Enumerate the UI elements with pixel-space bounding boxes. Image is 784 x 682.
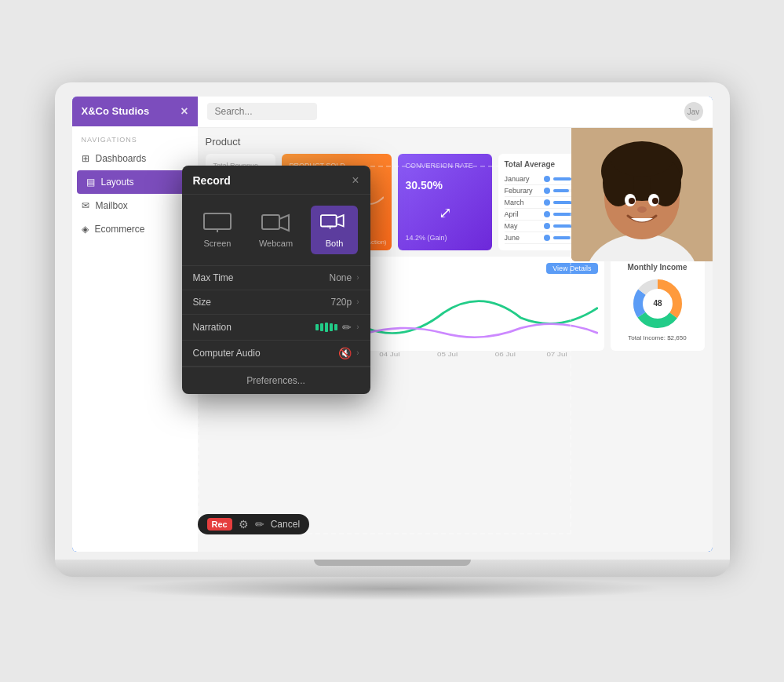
size-chevron[interactable]: › [356,297,359,306]
donut-svg: 48 [630,276,685,331]
photo-panel [571,128,713,261]
max-time-chevron[interactable]: › [356,273,359,282]
sidebar-item-ecommerce[interactable]: ◈ Ecommerce [72,217,198,241]
screen-label: Screen [204,239,232,248]
sidebar: X&Co Studios × NAVIGATIONS ⊞ Dashboards … [72,97,198,552]
laptop-shadow [118,577,667,600]
record-type-screen[interactable]: Screen [194,206,241,254]
sidebar-label-layouts: Layouts [101,177,134,188]
sidebar-close-icon[interactable]: × [181,104,188,119]
webcam-icon [261,212,290,234]
modal-close-icon[interactable]: × [352,173,359,188]
sidebar-header: X&Co Studios × [72,97,198,126]
svg-rect-27 [204,213,231,229]
max-time-value: None › [329,272,359,283]
may-dot [544,223,550,229]
conversion-label: CONVERSION RATE [406,162,484,170]
svg-text:48: 48 [653,299,662,308]
cancel-button[interactable]: Cancel [271,519,300,530]
max-time-label: Max Time [193,272,234,283]
topbar: Jav [198,97,713,128]
total-income-label: Total Income: $2,650 [628,334,686,341]
conversion-card: CONVERSION RATE 30.50% ⤢ 14.2% (Gain) [398,154,492,250]
size-value: 720p › [330,297,359,308]
layouts-icon: ▤ [86,177,95,188]
monthly-income-card: Monthly Income [611,257,705,351]
rec-badge: Rec [207,518,232,531]
person-photo [571,128,713,261]
computer-audio-label: Computer Audio [193,348,261,359]
both-icon [320,212,348,234]
modal-title: Record [193,174,231,187]
size-row: Size 720p › [182,290,370,315]
settings-icon[interactable]: ⚙ [239,518,249,531]
svg-point-21 [611,142,673,177]
mute-icon[interactable]: 🔇 [338,347,352,359]
sidebar-label-mailbox: Mailbox [96,200,128,211]
view-details-button[interactable]: View Details [546,263,597,274]
record-type-both[interactable]: Both [311,206,358,254]
conversion-value: 30.50% [406,179,484,191]
computer-audio-row: Computer Audio 🔇 › [182,341,370,367]
nav-label: NAVIGATIONS [72,126,198,147]
mailbox-icon: ✉ [82,200,89,211]
svg-text:⤢: ⤢ [438,204,451,221]
conversion-arrows: ⤢ [406,202,484,226]
modal-header: Record × [182,166,370,195]
size-label: Size [193,297,211,308]
svg-point-25 [652,198,658,204]
narration-slider[interactable] [315,323,337,332]
svg-marker-31 [279,215,289,231]
svg-text:06 Jul: 06 Jul [494,351,515,358]
sidebar-label-dashboards: Dashboards [96,153,147,164]
person-svg [571,128,713,261]
narration-row: Narration ✏ › [182,315,370,341]
svg-text:04 Jul: 04 Jul [379,351,399,358]
svg-point-24 [629,198,635,204]
computer-audio-controls: 🔇 › [338,347,359,359]
svg-rect-30 [262,215,279,229]
svg-text:07 Jul: 07 Jul [546,351,567,358]
jan-dot [544,176,550,182]
narration-controls: ✏ › [315,321,359,334]
conversion-sub: 14.2% (Gain) [406,234,484,242]
monthly-income-title: Monthly Income [627,263,687,272]
search-input[interactable] [207,103,317,120]
audio-chevron[interactable]: › [356,348,359,357]
record-type-webcam[interactable]: Webcam [250,206,302,254]
record-modal: Record × [182,166,370,394]
sidebar-item-dashboards[interactable]: ⊞ Dashboards [72,147,198,170]
both-label: Both [326,239,344,248]
jun-dot [544,235,550,241]
edit-icon[interactable]: ✏ [255,518,264,531]
sidebar-item-mailbox[interactable]: ✉ Mailbox [72,194,198,217]
record-types: Screen Webcam [182,195,370,266]
webcam-label: Webcam [259,239,293,248]
screen-icon [203,212,232,234]
max-time-row: Max Time None › [182,266,370,290]
svg-text:05 Jul: 05 Jul [437,351,458,358]
preferences-button[interactable]: Preferences... [182,367,370,394]
mar-dot [544,199,550,206]
sidebar-label-ecommerce: Ecommerce [95,224,145,235]
apr-dot [544,211,550,217]
recording-toolbar: Rec ⚙ ✏ Cancel [198,514,310,534]
narration-chevron[interactable]: › [356,323,359,331]
svg-rect-32 [321,215,337,226]
app-title: X&Co Studios [82,105,150,117]
svg-marker-33 [337,215,344,226]
ecommerce-icon: ◈ [82,224,89,235]
svg-point-26 [637,206,647,213]
feb-dot [544,188,550,194]
sidebar-item-layouts[interactable]: ▤ Layouts [77,170,193,194]
narration-label: Narration [193,322,232,333]
laptop-base [55,560,730,577]
narration-edit-icon[interactable]: ✏ [342,321,352,334]
user-avatar: Jav [684,102,703,121]
dashboards-icon: ⊞ [82,153,89,164]
